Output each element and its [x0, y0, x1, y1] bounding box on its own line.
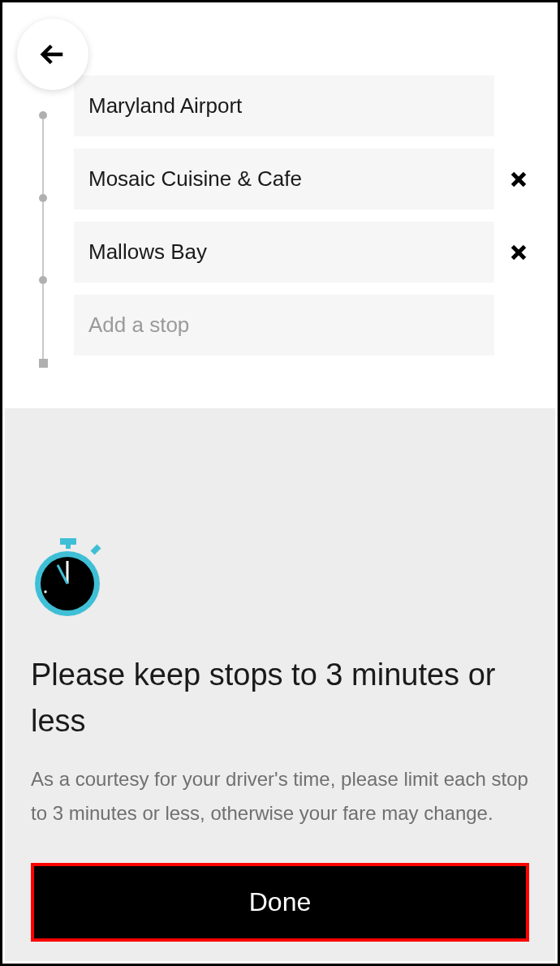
svg-line-2 [93, 546, 99, 553]
timeline-dot-icon [39, 194, 47, 202]
timeline-dot-icon [39, 276, 47, 284]
svg-rect-0 [60, 538, 76, 545]
timeline-connector [42, 284, 44, 359]
timeline-connector [42, 202, 44, 277]
stop-input[interactable]: Maryland Airport [74, 75, 494, 136]
stop-input[interactable]: Mosaic Cuisine & Cafe [74, 149, 494, 209]
svg-rect-1 [66, 544, 71, 549]
back-button[interactable] [17, 19, 88, 90]
close-icon [506, 240, 531, 265]
stop-row: Mosaic Cuisine & Cafe [74, 149, 536, 209]
stop-row: Mallows Bay [74, 222, 536, 282]
timeline-connector [42, 119, 44, 194]
stops-list: Maryland Airport Mosaic Cuisine & Cafe M… [74, 75, 536, 368]
stops-editor-panel: Maryland Airport Mosaic Cuisine & Cafe M… [2, 2, 558, 392]
svg-point-7 [44, 590, 46, 593]
stopwatch-icon [31, 538, 529, 623]
stop-input[interactable]: Mallows Bay [74, 222, 494, 282]
timeline-dot-icon [39, 111, 47, 119]
remove-stop-button[interactable] [501, 240, 536, 265]
close-icon [506, 167, 531, 192]
stop-row: Maryland Airport [74, 75, 536, 136]
sheet-body-text: As a courtesy for your driver's time, pl… [31, 762, 529, 830]
stops-info-sheet: Please keep stops to 3 minutes or less A… [5, 408, 555, 961]
timeline-end-icon [39, 359, 48, 368]
stops-timeline [27, 75, 59, 368]
arrow-left-icon [36, 37, 70, 71]
sheet-title: Please keep stops to 3 minutes or less [31, 652, 529, 744]
stop-row: Add a stop [74, 295, 536, 356]
add-stop-input[interactable]: Add a stop [74, 295, 494, 356]
done-button[interactable]: Done [31, 863, 529, 942]
remove-stop-button[interactable] [501, 167, 536, 192]
